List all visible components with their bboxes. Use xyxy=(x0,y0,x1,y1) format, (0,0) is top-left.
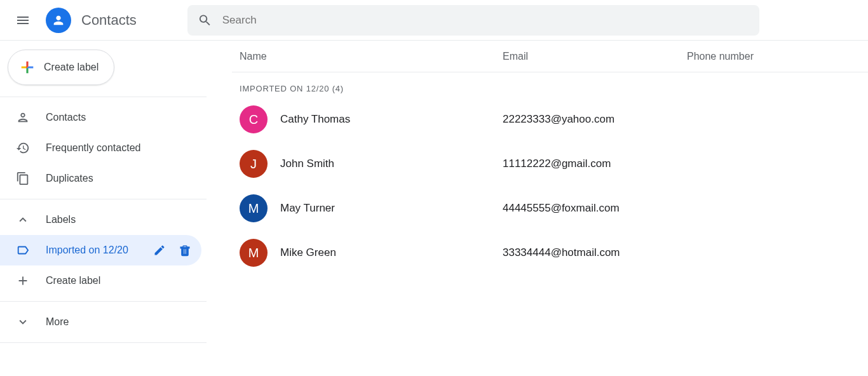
create-contact-button[interactable]: Create label xyxy=(8,50,114,85)
contact-email: 11112222@gmail.com xyxy=(503,158,687,170)
app-title: Contacts xyxy=(81,12,137,29)
sidebar-item-contacts[interactable]: Contacts xyxy=(0,102,201,133)
label-icon xyxy=(16,243,30,257)
contact-name: Cathy Thomas xyxy=(280,113,503,126)
sidebar-item-label: Frequently contacted xyxy=(46,142,201,154)
pencil-icon xyxy=(153,244,166,257)
avatar: J xyxy=(240,150,268,178)
menu-icon xyxy=(15,13,31,28)
sidebar-item-label: Create label xyxy=(46,275,201,286)
edit-label-button[interactable] xyxy=(149,240,170,260)
history-icon xyxy=(16,141,30,155)
contact-name: John Smith xyxy=(280,158,503,170)
chevron-up-icon xyxy=(16,213,30,227)
delete-label-button[interactable] xyxy=(175,240,195,260)
search-input[interactable] xyxy=(222,14,749,27)
avatar: C xyxy=(240,105,268,133)
sidebar-more-toggle[interactable]: More xyxy=(0,307,201,337)
person-icon xyxy=(51,13,65,27)
contact-row[interactable]: JJohn Smith11112222@gmail.com xyxy=(232,142,868,186)
sidebar-item-label: Duplicates xyxy=(46,173,201,184)
sidebar-item-label: Contacts xyxy=(46,112,201,123)
column-header-phone: Phone number xyxy=(687,51,814,62)
sidebar-item-label: More xyxy=(46,316,201,328)
table-header: Name Email Phone number xyxy=(232,41,868,72)
app-logo xyxy=(46,8,71,33)
person-outline-icon xyxy=(16,111,30,124)
search-icon xyxy=(198,13,212,28)
sidebar: Create label Contacts Frequently contact… xyxy=(0,41,207,376)
sidebar-item-label: Labels xyxy=(46,214,201,225)
contact-row[interactable]: MMike Green33334444@hotmail.com xyxy=(232,231,868,275)
contact-row[interactable]: MMay Turner44445555@foxmail.com xyxy=(232,186,868,231)
contact-row[interactable]: CCathy Thomas22223333@yahoo.com xyxy=(232,97,868,142)
trash-icon xyxy=(179,244,191,257)
main-content: Name Email Phone number Imported on 12/2… xyxy=(207,41,868,376)
duplicates-icon xyxy=(16,171,30,185)
contact-email: 44445555@foxmail.com xyxy=(503,202,687,215)
avatar: M xyxy=(240,194,268,222)
column-header-name: Name xyxy=(232,51,503,62)
contact-email: 33334444@hotmail.com xyxy=(503,246,687,259)
sidebar-create-label[interactable]: Create label xyxy=(0,265,201,296)
chevron-down-icon xyxy=(16,315,30,329)
contact-name: May Turner xyxy=(280,202,503,215)
plus-color-icon xyxy=(18,58,36,76)
contact-name: Mike Green xyxy=(280,246,503,259)
sidebar-label-imported[interactable]: Imported on 12/20 xyxy=(0,235,201,265)
contact-email: 22223333@yahoo.com xyxy=(503,113,687,126)
top-bar: Contacts xyxy=(0,0,868,41)
search-wrap xyxy=(187,5,798,36)
sidebar-labels-toggle[interactable]: Labels xyxy=(0,205,201,235)
search-bar[interactable] xyxy=(187,5,759,36)
menu-button[interactable] xyxy=(8,5,38,36)
avatar: M xyxy=(240,239,268,267)
contact-list: CCathy Thomas22223333@yahoo.comJJohn Smi… xyxy=(232,97,868,275)
column-header-email: Email xyxy=(503,51,687,62)
plus-icon xyxy=(16,274,30,288)
sidebar-item-duplicates[interactable]: Duplicates xyxy=(0,163,201,194)
group-heading: Imported on 12/20 (4) xyxy=(232,72,868,97)
sidebar-item-frequent[interactable]: Frequently contacted xyxy=(0,133,201,163)
sidebar-item-label: Imported on 12/20 xyxy=(46,245,134,256)
create-contact-label: Create label xyxy=(44,62,98,73)
